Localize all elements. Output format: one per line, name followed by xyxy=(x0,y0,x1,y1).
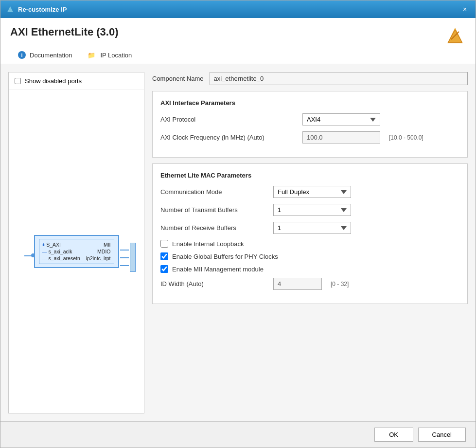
mii-mgmt-label[interactable]: Enable MII Management module xyxy=(172,266,264,273)
ethernet-section: Ethernet Lite MAC Parameters Communicati… xyxy=(152,163,468,304)
comm-mode-label: Communication Mode xyxy=(160,188,267,196)
ip-diagram-wrapper: + S_AXI MII — s_axi_aclk MDIO — s_axi_ar… xyxy=(9,90,144,413)
global-buffers-label[interactable]: Enable Global Buffers for PHY Clocks xyxy=(172,253,278,260)
axi-clock-input[interactable] xyxy=(302,131,380,143)
mii-mgmt-checkbox[interactable] xyxy=(160,265,168,273)
info-icon: i xyxy=(18,51,26,59)
axi-protocol-label: AXI Protocol xyxy=(160,116,297,123)
content-area: Show disabled ports xyxy=(0,64,476,421)
show-disabled-ports-label[interactable]: Show disabled ports xyxy=(25,77,82,85)
axi-clock-row: AXI Clock Frequency (in MHz) (Auto) [10.… xyxy=(160,131,459,143)
global-buffers-checkbox[interactable] xyxy=(160,252,168,260)
global-buffers-row: Enable Global Buffers for PHY Clocks xyxy=(160,252,459,260)
cancel-button[interactable]: Cancel xyxy=(418,428,466,442)
port-left-1: + S_AXI xyxy=(42,242,61,248)
port-left-3: — s_axi_aresetn xyxy=(42,255,80,261)
ok-button[interactable]: OK xyxy=(374,428,413,442)
left-panel: Show disabled ports xyxy=(8,72,144,413)
tab-documentation[interactable]: i Documentation xyxy=(10,47,80,64)
app-title: AXI EthernetLite (3.0) xyxy=(10,26,118,38)
ip-block-inner: + S_AXI MII — s_axi_aclk MDIO — s_axi_ar… xyxy=(39,239,114,264)
ip-block: + S_AXI MII — s_axi_aclk MDIO — s_axi_ar… xyxy=(34,235,119,268)
component-name-input[interactable] xyxy=(210,72,468,85)
port-right-1: MII xyxy=(104,242,111,248)
tab-documentation-label: Documentation xyxy=(30,52,72,59)
app-icon xyxy=(6,5,14,13)
loopback-label[interactable]: Enable Internal Loopback xyxy=(172,240,244,248)
right-panel: Component Name AXI Interface Parameters … xyxy=(152,72,468,413)
show-disabled-row: Show disabled ports xyxy=(9,72,144,90)
title-bar-left: Re-customize IP xyxy=(6,5,67,13)
title-bar-title: Re-customize IP xyxy=(18,6,67,13)
tabs-row: i Documentation 📁 IP Location xyxy=(10,47,466,64)
axi-protocol-select[interactable]: AXI4 AXI4Lite xyxy=(302,113,380,125)
tab-ip-location-label: IP Location xyxy=(100,52,132,59)
tx-buffers-label: Number of Transmit Buffers xyxy=(160,206,267,214)
port-left-2: — s_axi_aclk xyxy=(42,249,72,254)
close-button[interactable]: × xyxy=(460,4,470,14)
id-width-range: [0 - 32] xyxy=(331,281,349,287)
comm-mode-select[interactable]: Full Duplex Half Duplex xyxy=(273,186,351,198)
tx-buffers-row: Number of Transmit Buffers 1 2 xyxy=(160,204,459,216)
header-area: AXI EthernetLite (3.0) i Documentation 📁… xyxy=(0,18,476,64)
svg-marker-0 xyxy=(7,6,13,12)
rx-buffers-select[interactable]: 1 2 xyxy=(273,222,351,234)
ip-port-row-1: + S_AXI MII xyxy=(42,241,111,248)
rx-buffers-row: Number of Receive Buffers 1 2 xyxy=(160,222,459,234)
component-name-row: Component Name xyxy=(152,72,468,85)
axi-section-title: AXI Interface Parameters xyxy=(160,99,459,107)
title-bar: Re-customize IP × xyxy=(0,0,476,18)
id-width-row: ID Width (Auto) [0 - 32] xyxy=(160,278,459,290)
axi-clock-label: AXI Clock Frequency (in MHz) (Auto) xyxy=(160,134,297,141)
comm-mode-row: Communication Mode Full Duplex Half Dupl… xyxy=(160,186,459,198)
component-name-label: Component Name xyxy=(152,75,204,82)
tab-ip-location[interactable]: 📁 IP Location xyxy=(80,47,140,64)
rx-buffers-label: Number of Receive Buffers xyxy=(160,224,267,232)
id-width-input[interactable] xyxy=(273,278,322,290)
diagram-area: + S_AXI MII — s_axi_aclk MDIO — s_axi_ar… xyxy=(9,90,144,413)
ethernet-section-title: Ethernet Lite MAC Parameters xyxy=(160,172,459,179)
axi-protocol-row: AXI Protocol AXI4 AXI4Lite xyxy=(160,113,459,125)
mii-mgmt-row: Enable MII Management module xyxy=(160,265,459,273)
port-right-2: MDIO xyxy=(97,249,110,254)
loopback-row: Enable Internal Loopback xyxy=(160,240,459,248)
loopback-checkbox[interactable] xyxy=(160,240,168,248)
axi-section: AXI Interface Parameters AXI Protocol AX… xyxy=(152,91,468,158)
vivado-logo xyxy=(444,26,466,47)
id-width-label: ID Width (Auto) xyxy=(160,280,267,287)
folder-icon: 📁 xyxy=(88,52,95,59)
ip-port-row-2: — s_axi_aclk MDIO xyxy=(42,248,111,255)
ip-port-row-3: — s_axi_aresetn ip2intc_irpt xyxy=(42,255,111,262)
dialog-window: Re-customize IP × AXI EthernetLite (3.0)… xyxy=(0,0,476,448)
tx-buffers-select[interactable]: 1 2 xyxy=(273,204,351,216)
bottom-bar: OK Cancel xyxy=(0,421,476,448)
port-right-3: ip2intc_irpt xyxy=(86,255,111,261)
axi-clock-range: [10.0 - 500.0] xyxy=(389,134,423,141)
show-disabled-ports-checkbox[interactable] xyxy=(15,78,21,84)
